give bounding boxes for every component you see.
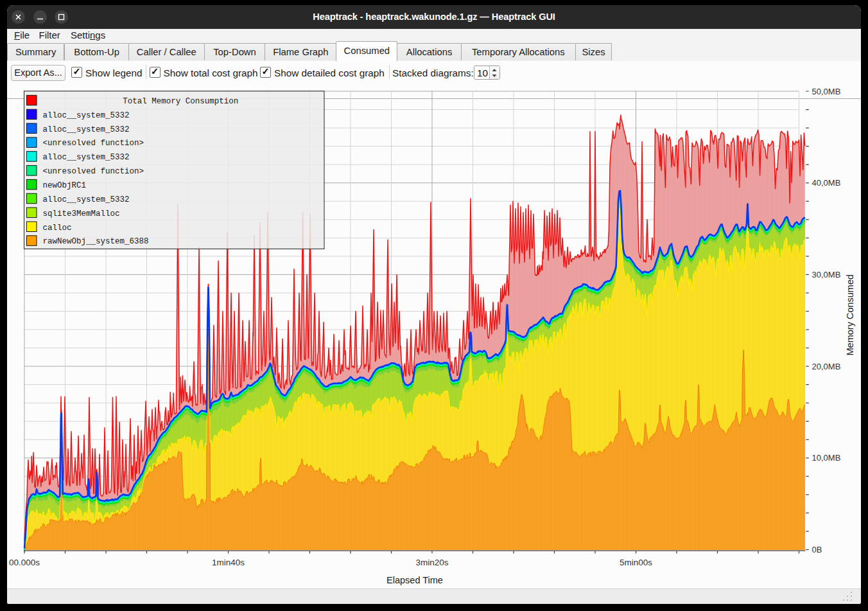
svg-text:alloc__system_5332: alloc__system_5332 <box>43 111 130 120</box>
svg-text:Elapsed Time: Elapsed Time <box>386 575 443 585</box>
svg-text:20,0MB: 20,0MB <box>812 362 841 371</box>
svg-text:30,0MB: 30,0MB <box>812 270 841 279</box>
svg-text:calloc: calloc <box>43 224 72 233</box>
svg-text:<unresolved function>: <unresolved function> <box>43 139 144 148</box>
svg-text:alloc__system_5332: alloc__system_5332 <box>43 195 130 204</box>
svg-text:alloc__system_5332: alloc__system_5332 <box>43 153 130 162</box>
svg-text:rawNewObj__system_6388: rawNewObj__system_6388 <box>43 237 149 246</box>
svg-text:50,0MB: 50,0MB <box>812 87 841 96</box>
svg-text:40,0MB: 40,0MB <box>812 178 841 188</box>
svg-text:Memory Consumed: Memory Consumed <box>845 274 855 356</box>
svg-text:<unresolved function>: <unresolved function> <box>43 167 144 176</box>
svg-text:Total Memory Consumption: Total Memory Consumption <box>123 97 238 106</box>
svg-text:alloc__system_5332: alloc__system_5332 <box>43 125 130 134</box>
svg-text:00.000s: 00.000s <box>9 558 40 567</box>
svg-text:10,0MB: 10,0MB <box>812 453 841 463</box>
svg-text:5min00s: 5min00s <box>620 558 652 567</box>
svg-text:0B: 0B <box>812 545 822 554</box>
svg-text:1min40s: 1min40s <box>212 558 245 567</box>
svg-text:3min20s: 3min20s <box>415 558 448 567</box>
svg-text:sqlite3MemMalloc: sqlite3MemMalloc <box>43 209 120 218</box>
svg-text:newObjRC1: newObjRC1 <box>43 181 87 190</box>
